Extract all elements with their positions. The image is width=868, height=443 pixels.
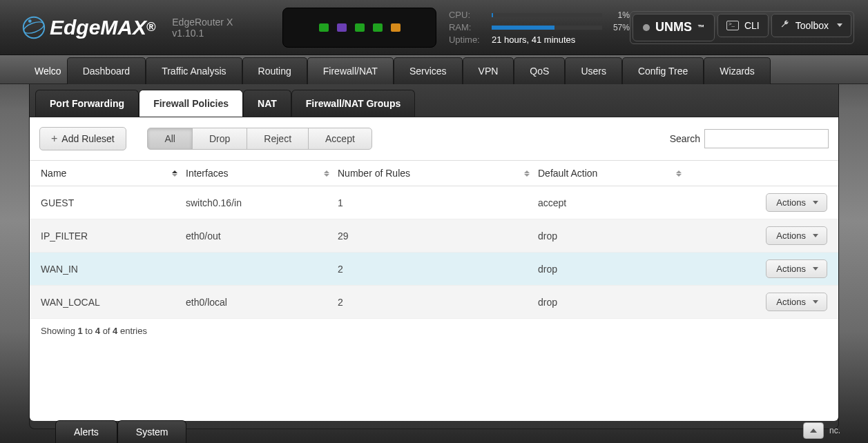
cell-default: drop (538, 230, 690, 242)
header-actions: UNMS™ CLI Toolbox (630, 11, 854, 44)
panel-body: + Add Ruleset AllDropRejectAccept Search… (30, 117, 838, 421)
port-icon (319, 23, 329, 32)
footer-right: nc. (803, 422, 840, 443)
chevron-down-icon (813, 267, 818, 270)
port-icon (355, 23, 365, 32)
actions-button[interactable]: Actions (766, 226, 827, 245)
logo-icon (21, 14, 47, 41)
table-row[interactable]: IP_FILTEReth0/out29dropActions (30, 219, 838, 253)
col-interfaces[interactable]: Interfaces (186, 168, 338, 179)
system-stats: CPU: 1% RAM: 57% Uptime: 21 hours, 41 mi… (449, 9, 630, 46)
toolbar: + Add Ruleset AllDropRejectAccept Search (30, 117, 838, 161)
ram-label: RAM: (449, 22, 485, 32)
chevron-down-icon (837, 23, 842, 27)
col-rules[interactable]: Number of Rules (338, 168, 538, 179)
table-row[interactable]: WAN_IN2dropActions (30, 253, 838, 286)
sub-tab-port-forwarding[interactable]: Port Forwarding (35, 90, 139, 117)
cell-default: drop (538, 264, 690, 275)
main-tab-traffic-analysis[interactable]: Traffic Analysis (146, 57, 242, 84)
search-wrap: Search (670, 129, 829, 148)
port-icon (373, 23, 383, 32)
sort-icon (524, 170, 530, 177)
main-tab-services[interactable]: Services (394, 57, 463, 84)
uptime-label: Uptime: (449, 35, 485, 45)
cpu-label: CPU: (449, 10, 485, 20)
port-icon (337, 23, 347, 32)
search-input[interactable] (704, 129, 829, 148)
welcome-label: Welco (35, 66, 67, 83)
logo: EdgeMAX® (21, 14, 155, 41)
cell-name: WAN_LOCAL (41, 297, 186, 308)
port-icon (391, 23, 401, 32)
filter-reject[interactable]: Reject (247, 128, 309, 150)
plus-icon: + (51, 134, 57, 144)
filter-accept[interactable]: Accept (308, 128, 372, 150)
main-tab-wizards[interactable]: Wizards (704, 57, 771, 84)
actions-button[interactable]: Actions (766, 259, 827, 278)
ram-bar (492, 26, 602, 30)
cell-rules: 1 (338, 197, 538, 208)
alerts-tab[interactable]: Alerts (55, 420, 117, 443)
svg-point-1 (22, 19, 45, 35)
col-name[interactable]: Name (41, 168, 186, 179)
unms-button[interactable]: UNMS™ (633, 14, 715, 41)
terminal-icon (726, 21, 739, 30)
cell-default: drop (538, 297, 690, 308)
main-tab-dashboard[interactable]: Dashboard (67, 57, 146, 84)
actions-button[interactable]: Actions (766, 293, 827, 311)
main-tab-firewall-nat[interactable]: Firewall/NAT (307, 57, 394, 84)
cpu-percent: 1% (609, 10, 630, 20)
cell-rules: 2 (338, 264, 538, 275)
chevron-down-icon (813, 300, 818, 304)
cli-button[interactable]: CLI (717, 14, 769, 37)
table-row[interactable]: GUESTswitch0.16/in1acceptActions (30, 186, 838, 219)
sub-tab-nat[interactable]: NAT (243, 90, 291, 117)
cell-name: GUEST (41, 197, 186, 208)
sub-tab-firewall-nat-groups[interactable]: Firewall/NAT Groups (291, 90, 415, 117)
cell-interfaces: eth0/local (186, 297, 338, 308)
main-tab-config-tree[interactable]: Config Tree (622, 57, 704, 84)
actions-button[interactable]: Actions (766, 193, 827, 212)
header-button-group: UNMS™ CLI Toolbox (630, 11, 854, 44)
copyright-fragment: nc. (829, 426, 840, 435)
sub-tab-firewall-policies[interactable]: Firewall Policies (139, 90, 243, 117)
table-header: Name Interfaces Number of Rules Default … (30, 161, 838, 186)
uptime-value: 21 hours, 41 minutes (492, 35, 575, 45)
cell-name: WAN_IN (41, 264, 186, 275)
logo-text: EdgeMAX (50, 16, 146, 39)
chevron-down-icon (813, 201, 818, 204)
toolbox-button[interactable]: Toolbox (771, 14, 851, 37)
cell-name: IP_FILTER (41, 230, 186, 242)
ram-percent: 57% (609, 23, 630, 32)
table-row[interactable]: WAN_LOCALeth0/local2dropActions (30, 286, 838, 319)
main-tab-routing[interactable]: Routing (242, 57, 307, 84)
search-label: Search (670, 133, 700, 144)
sort-icon (172, 170, 177, 177)
main-tab-qos[interactable]: QoS (514, 57, 565, 84)
header-bar: EdgeMAX® EdgeRouter X v1.10.1 CPU: 1% RA… (0, 0, 868, 55)
wrench-icon (780, 19, 790, 31)
main-tab-vpn[interactable]: VPN (463, 57, 514, 84)
content-panel: Port ForwardingFirewall PoliciesNATFirew… (29, 84, 839, 429)
status-dot-icon (643, 24, 650, 31)
system-tab[interactable]: System (117, 420, 187, 443)
cell-interfaces: switch0.16/in (186, 197, 338, 208)
add-ruleset-button[interactable]: + Add Ruleset (39, 127, 126, 150)
model-label: EdgeRouter X v1.10.1 (172, 17, 260, 39)
filter-all[interactable]: All (147, 128, 193, 150)
table-footer-info: Showing 1 to 4 of 4 entries (30, 319, 838, 343)
main-tabs: Welco DashboardTraffic AnalysisRoutingFi… (0, 55, 868, 84)
col-default-action[interactable]: Default Action (538, 168, 690, 179)
add-ruleset-label: Add Ruleset (61, 133, 114, 144)
chevron-up-icon (810, 429, 817, 433)
expand-up-button[interactable] (803, 422, 824, 439)
main-tab-users[interactable]: Users (565, 57, 622, 84)
cell-interfaces: eth0/out (186, 230, 338, 242)
sort-icon (324, 170, 329, 177)
cpu-bar (492, 13, 602, 17)
sub-tabs: Port ForwardingFirewall PoliciesNATFirew… (30, 84, 838, 117)
port-status-box (282, 8, 436, 48)
cell-rules: 29 (338, 230, 538, 242)
unms-label: UNMS (655, 20, 692, 35)
filter-drop[interactable]: Drop (192, 128, 247, 150)
